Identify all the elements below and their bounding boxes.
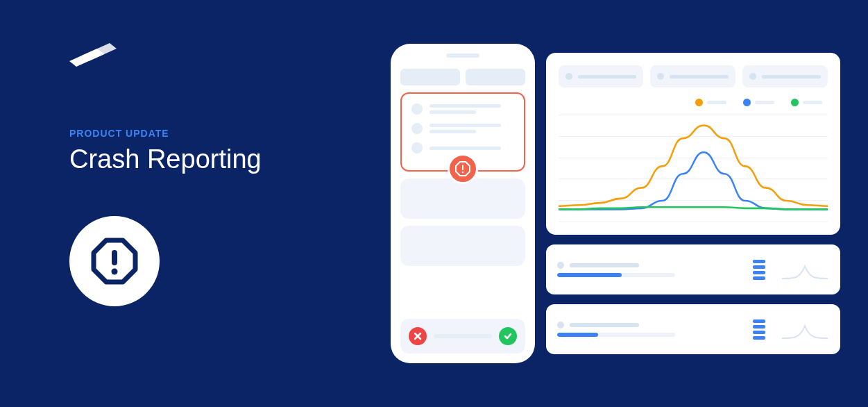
sparkline (781, 317, 829, 342)
crash-badge-icon (69, 216, 160, 306)
avatar-placeholder (411, 103, 423, 115)
dashboard-mockup (546, 53, 840, 354)
content-placeholder (400, 226, 525, 266)
chart-panel (546, 53, 840, 235)
text-placeholder (429, 104, 501, 108)
phone-notch (446, 53, 479, 58)
svg-rect-4 (462, 165, 463, 170)
status-dot (557, 262, 564, 269)
text-placeholder (570, 323, 639, 327)
phone-tab-placeholder (400, 69, 460, 85)
eyebrow-label: PRODUCT UPDATE (69, 128, 349, 139)
text-placeholder (429, 110, 476, 114)
reject-icon (409, 327, 427, 345)
avatar-placeholder (411, 142, 423, 153)
svg-point-5 (461, 172, 463, 174)
text-placeholder (429, 124, 501, 127)
status-dot (557, 322, 564, 329)
brand-logo (69, 42, 349, 72)
legend-dot-orange (695, 99, 703, 106)
legend-dot-green (791, 99, 799, 106)
text-placeholder (429, 147, 501, 150)
action-row (400, 319, 525, 354)
legend-dot-blue (743, 99, 751, 106)
progress-bar (557, 273, 675, 277)
bar-segments-icon (753, 319, 765, 340)
svg-point-2 (112, 269, 118, 275)
list-row (546, 304, 840, 354)
bar-segments-icon (753, 260, 765, 280)
chart-tab-placeholder (559, 65, 644, 88)
svg-rect-1 (112, 250, 117, 265)
avatar-placeholder (411, 123, 423, 134)
text-placeholder (434, 334, 492, 338)
phone-mockup (391, 44, 535, 363)
accept-icon (499, 327, 517, 345)
chart-legend (559, 99, 828, 106)
error-octagon-icon (448, 153, 478, 184)
text-placeholder (570, 263, 639, 267)
list-row (546, 244, 840, 294)
crash-event-card (400, 92, 525, 172)
phone-tab-placeholder (466, 69, 525, 85)
content-placeholder (400, 178, 525, 219)
text-placeholder (429, 130, 476, 133)
page-title: Crash Reporting (69, 144, 349, 174)
sparkline (781, 258, 829, 282)
chart-area (559, 115, 828, 222)
chart-tab-placeholder (742, 65, 828, 88)
progress-bar (557, 333, 675, 337)
chart-tab-placeholder (650, 65, 735, 88)
